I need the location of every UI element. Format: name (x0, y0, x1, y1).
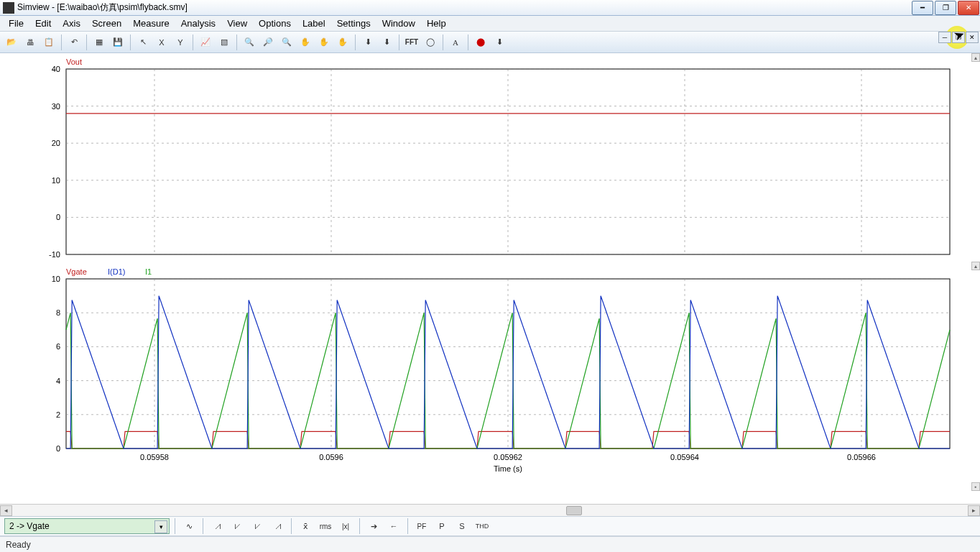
x-tool[interactable]: X (153, 34, 170, 51)
curve-select-combo[interactable]: 2 -> Vgate ▾ (4, 518, 170, 534)
mdi-restore-button[interactable]: ❐ (952, 32, 965, 43)
rms-button[interactable]: rms (317, 518, 334, 534)
svg-text:0.05958: 0.05958 (140, 453, 169, 461)
zoom-y-icon[interactable]: 🔍 (278, 34, 295, 51)
plot-vgate-id1-i1[interactable]: 02468100.059580.05960.059620.059640.0596… (0, 263, 970, 493)
svg-text:0.05966: 0.05966 (847, 453, 876, 461)
svg-text:2: 2 (56, 410, 60, 419)
next-button[interactable]: ➔ (365, 518, 382, 534)
svg-text:0.0596: 0.0596 (319, 453, 343, 461)
print-icon[interactable]: 🖶 (22, 34, 39, 51)
menu-axis[interactable]: Axis (57, 17, 86, 30)
next-valley-icon[interactable]: ⩗ (249, 518, 266, 534)
menu-bar: File Edit Axis Screen Measure Analysis V… (0, 16, 980, 32)
zoom-in-icon[interactable]: 🔍 (241, 34, 258, 51)
svg-text:0: 0 (56, 213, 60, 221)
hscroll-right[interactable]: ▸ (968, 505, 980, 516)
svg-text:10: 10 (52, 275, 60, 283)
clear-marker-icon[interactable]: ⬇ (378, 34, 395, 51)
chevron-down-icon[interactable]: ▾ (154, 520, 167, 533)
next-peak-icon[interactable]: ⩘ (269, 518, 286, 534)
absx-button[interactable]: |x| (337, 518, 354, 534)
hscroll-track[interactable] (12, 505, 968, 516)
svg-text:8: 8 (56, 308, 60, 317)
curve1-icon[interactable]: ∿ (180, 518, 198, 534)
plot2-scroll-thumb[interactable]: ▪ (971, 482, 980, 491)
toolbar: 📂 🖶 📋 ↶ ▦ 💾 ↖ X Y 📈 ▧ 🔍 🔎 🔍 ✋ ✋ ✋ ⬇ ⬇ FF… (0, 32, 980, 53)
menu-label[interactable]: Label (297, 17, 331, 30)
maximize-button[interactable]: ❐ (935, 1, 956, 15)
plot-vout[interactable]: -10010203040 (0, 53, 970, 269)
svg-text:20: 20 (52, 139, 60, 147)
hscroll-thumb[interactable] (566, 506, 582, 515)
valley-icon[interactable]: ⩗ (228, 518, 246, 534)
minimize-button[interactable]: ━ (912, 1, 933, 15)
mdi-close-button[interactable]: ✕ (966, 32, 979, 43)
svg-text:Time (s): Time (s) (494, 464, 522, 473)
open-icon[interactable]: 📂 (3, 34, 20, 51)
menu-analysis[interactable]: Analysis (175, 17, 221, 30)
avg-button[interactable]: x̄ (297, 518, 314, 534)
zoom-x-icon[interactable]: 🔎 (259, 34, 277, 51)
svg-text:0.05962: 0.05962 (494, 453, 522, 461)
p-button[interactable]: P (433, 518, 450, 534)
menu-view[interactable]: View (221, 17, 253, 30)
svg-text:40: 40 (52, 65, 60, 73)
plot-area: ▴ ▴ ▪ Vout Vgate I(D1) I1 -10010203040 0… (0, 53, 980, 504)
circle-icon[interactable]: ◯ (422, 34, 439, 51)
status-bar: Ready (0, 536, 980, 552)
menu-screen[interactable]: Screen (86, 17, 127, 30)
hscroll-left[interactable]: ◂ (0, 505, 12, 516)
horizontal-scrollbar[interactable]: ◂ ▸ (0, 504, 980, 516)
status-text: Ready (6, 540, 31, 550)
window-buttons: ━ ❐ ✕ (911, 0, 980, 16)
bottom-toolbar: 2 -> Vgate ▾ ∿ ⩘ ⩗ ⩗ ⩘ x̄ rms |x| ➔ ← PF… (0, 516, 980, 536)
svg-text:4: 4 (56, 377, 60, 385)
s-button[interactable]: S (453, 518, 471, 534)
data-icon[interactable]: ▦ (91, 34, 108, 51)
menu-window[interactable]: Window (376, 17, 421, 30)
svg-text:0.05964: 0.05964 (670, 453, 699, 461)
annotate-icon[interactable]: ⬇ (491, 34, 508, 51)
app-icon (3, 2, 14, 14)
pan-x-icon[interactable]: ✋ (315, 34, 333, 51)
plot2-scroll-up[interactable]: ▴ (971, 262, 980, 270)
mdi-buttons: ─ ❐ ✕ (938, 32, 979, 43)
curve-select-value: 2 -> Vgate (9, 521, 50, 531)
window-title: Simview - [E:\waibao\仿真\psim\flyback.smv… (17, 1, 188, 14)
menu-options[interactable]: Options (253, 17, 297, 30)
svg-text:30: 30 (52, 102, 60, 111)
mdi-minimize-button[interactable]: ─ (938, 32, 951, 43)
menu-help[interactable]: Help (421, 17, 452, 30)
plot1-scroll-up[interactable]: ▴ (971, 53, 980, 62)
pan-y-icon[interactable]: ✋ (334, 34, 351, 51)
text-tool[interactable]: A (447, 34, 464, 51)
undo-icon[interactable]: ↶ (65, 34, 83, 51)
marker-icon[interactable]: ⬇ (359, 34, 376, 51)
svg-text:-10: -10 (49, 250, 60, 259)
svg-text:6: 6 (56, 342, 60, 351)
svg-text:10: 10 (52, 176, 60, 185)
pan-all-icon[interactable]: ✋ (297, 34, 314, 51)
peak-icon[interactable]: ⩘ (208, 518, 226, 534)
record-icon[interactable]: ⬤ (472, 34, 489, 51)
save-data-icon[interactable]: 💾 (109, 34, 126, 51)
menu-measure[interactable]: Measure (127, 17, 175, 30)
prev-button[interactable]: ← (385, 518, 402, 534)
menu-edit[interactable]: Edit (29, 17, 57, 30)
menu-file[interactable]: File (3, 17, 29, 30)
title-bar: Simview - [E:\waibao\仿真\psim\flyback.smv… (0, 0, 980, 16)
fft-tool[interactable]: FFT (403, 34, 420, 51)
redraw-icon[interactable]: 📈 (197, 34, 214, 51)
pointer-icon[interactable]: ↖ (134, 34, 152, 51)
svg-text:0: 0 (56, 444, 60, 453)
pf-button[interactable]: PF (413, 518, 430, 534)
menu-settings[interactable]: Settings (331, 17, 376, 30)
thd-button[interactable]: THD (473, 518, 491, 534)
close-button[interactable]: ✕ (958, 1, 979, 15)
y-tool[interactable]: Y (172, 34, 189, 51)
grid-icon[interactable]: ▧ (216, 34, 233, 51)
clipboard-icon[interactable]: 📋 (40, 34, 57, 51)
